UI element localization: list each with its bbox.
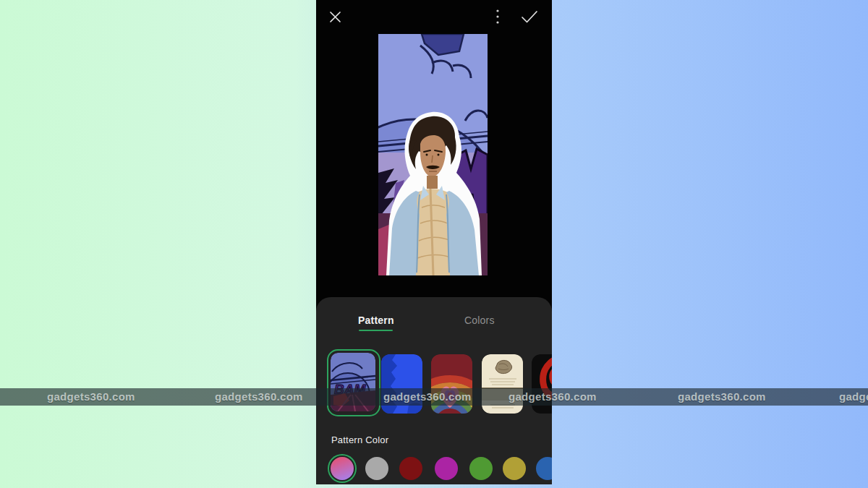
tab-pattern[interactable]: Pattern: [358, 314, 394, 326]
watermark-text: gadgets360.com: [47, 388, 135, 406]
watermark-text: gadgets360.com: [383, 388, 472, 406]
swatch-silver[interactable]: [365, 457, 388, 480]
pattern-color-label: Pattern Color: [331, 435, 388, 445]
more-options-button[interactable]: [493, 7, 503, 26]
tab-colors[interactable]: Colors: [464, 314, 495, 326]
swatch-green[interactable]: [469, 457, 493, 480]
confirm-button[interactable]: [519, 7, 540, 26]
watermark-text: gadgets360.com: [678, 388, 766, 406]
close-button[interactable]: [326, 7, 344, 26]
watermark-text: gadgets360.com: [215, 388, 303, 406]
check-icon: [521, 10, 538, 24]
close-icon: [328, 10, 342, 24]
swatch-magenta[interactable]: [435, 457, 458, 480]
swatch-pink-purple-gradient[interactable]: [331, 457, 354, 480]
swatch-blue[interactable]: [536, 457, 552, 480]
edit-canvas[interactable]: [378, 34, 488, 275]
swatch-olive-yellow[interactable]: [503, 457, 526, 480]
watermark-band: gadgets360.com gadgets360.com gadgets360…: [0, 388, 868, 406]
watermark-text: gadgets360.com: [839, 388, 868, 406]
tab-pattern-underline: [359, 330, 393, 331]
phone-screenshot: Pattern Colors BAM: [316, 0, 552, 484]
watermark-text: gadgets360.com: [509, 388, 597, 406]
swatch-dark-red[interactable]: [399, 457, 422, 480]
more-vertical-icon: [495, 9, 500, 25]
sticker-preview-art: [378, 34, 488, 275]
pattern-thumb-comic-bam[interactable]: BAM: [327, 349, 380, 416]
